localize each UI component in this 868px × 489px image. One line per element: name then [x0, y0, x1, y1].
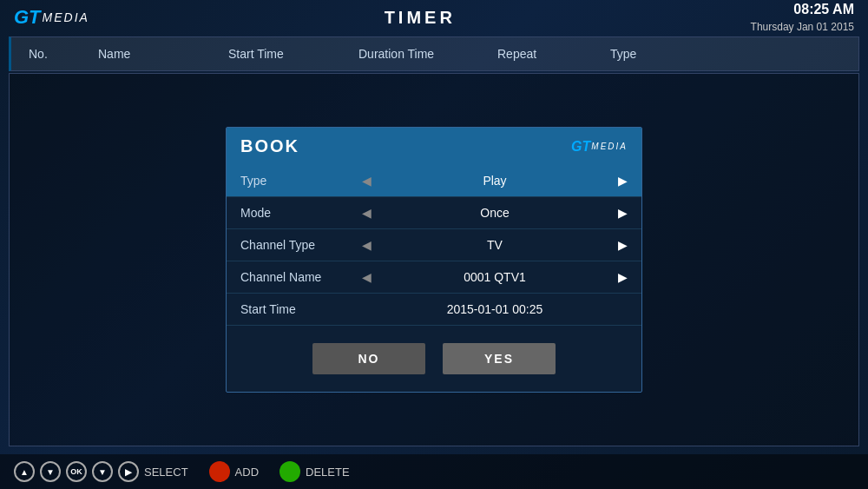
- col-repeat: Repeat: [497, 47, 610, 61]
- footer-delete: DELETE: [279, 461, 350, 482]
- dialog-logo-gt: GT: [571, 139, 590, 155]
- add-icon: [209, 461, 230, 482]
- table-header: No. Name Start Time Duration Time Repeat…: [9, 36, 859, 71]
- right-arrow-mode[interactable]: ▶: [618, 206, 628, 220]
- logo-gt: GT: [14, 6, 41, 29]
- yes-button[interactable]: YES: [443, 343, 556, 374]
- delete-icon: [279, 461, 300, 482]
- nav-left-icon[interactable]: ▼: [92, 461, 113, 482]
- dialog-logo: GT MEDIA: [571, 139, 628, 155]
- nav-ok-icon[interactable]: OK: [66, 461, 87, 482]
- page-title: TIMER: [385, 8, 456, 28]
- date-display: Thursday Jan 01 2015: [751, 20, 854, 35]
- row-channel-name[interactable]: Channel Name ◀ 0001 QTV1 ▶: [227, 261, 641, 294]
- col-no: No.: [29, 47, 98, 61]
- col-type: Type: [610, 47, 841, 61]
- row-channel-name-label: Channel Name: [240, 270, 362, 284]
- left-arrow-channel-name[interactable]: ◀: [362, 270, 372, 284]
- no-button[interactable]: NO: [312, 343, 425, 374]
- dialog-logo-media: MEDIA: [591, 142, 628, 151]
- row-mode-value: Once: [380, 206, 609, 220]
- row-channel-name-value: 0001 QTV1: [380, 270, 609, 284]
- time-display: 08:25 AM: [751, 0, 854, 19]
- left-arrow-type[interactable]: ◀: [362, 174, 372, 188]
- dialog-buttons: NO YES: [227, 326, 641, 392]
- datetime: 08:25 AM Thursday Jan 01 2015: [751, 0, 854, 34]
- col-start: Start Time: [228, 47, 358, 61]
- book-dialog: BOOK GT MEDIA Type ◀ Play ▶ Mode ◀ Once …: [226, 127, 642, 393]
- footer-add: ADD: [209, 461, 259, 482]
- left-arrow-mode[interactable]: ◀: [362, 206, 372, 220]
- row-channel-type[interactable]: Channel Type ◀ TV ▶: [227, 229, 641, 261]
- row-start-time: Start Time 2015-01-01 00:25: [227, 294, 641, 326]
- delete-label: DELETE: [306, 466, 350, 479]
- row-start-time-value: 2015-01-01 00:25: [362, 302, 628, 316]
- logo: GT MEDIA: [14, 6, 89, 29]
- row-type[interactable]: Type ◀ Play ▶: [227, 165, 641, 197]
- col-name: Name: [98, 47, 228, 61]
- right-arrow-type[interactable]: ▶: [618, 174, 628, 188]
- row-channel-type-value: TV: [380, 238, 609, 252]
- footer-nav: ▲ ▼ OK ▼ ▶ SELECT: [14, 461, 188, 482]
- main-area: BOOK GT MEDIA Type ◀ Play ▶ Mode ◀ Once …: [9, 73, 859, 446]
- nav-right-icon[interactable]: ▶: [118, 461, 139, 482]
- add-label: ADD: [235, 466, 259, 479]
- logo-media: MEDIA: [43, 10, 89, 24]
- row-channel-type-label: Channel Type: [240, 238, 362, 252]
- footer: ▲ ▼ OK ▼ ▶ SELECT ADD DELETE: [0, 454, 868, 489]
- nav-up-icon[interactable]: ▲: [14, 461, 35, 482]
- row-mode[interactable]: Mode ◀ Once ▶: [227, 197, 641, 229]
- right-arrow-channel-type[interactable]: ▶: [618, 238, 628, 252]
- col-duration: Duration Time: [358, 47, 497, 61]
- right-arrow-channel-name[interactable]: ▶: [618, 270, 628, 284]
- nav-select-label: SELECT: [144, 466, 188, 479]
- row-mode-label: Mode: [240, 206, 362, 220]
- left-arrow-channel-type[interactable]: ◀: [362, 238, 372, 252]
- dialog-title: BOOK: [240, 136, 299, 156]
- row-type-label: Type: [240, 174, 362, 188]
- nav-down-icon[interactable]: ▼: [40, 461, 61, 482]
- dialog-header: BOOK GT MEDIA: [227, 128, 641, 165]
- header: GT MEDIA TIMER 08:25 AM Thursday Jan 01 …: [0, 0, 868, 35]
- row-start-time-label: Start Time: [240, 302, 362, 316]
- row-type-value: Play: [380, 174, 609, 188]
